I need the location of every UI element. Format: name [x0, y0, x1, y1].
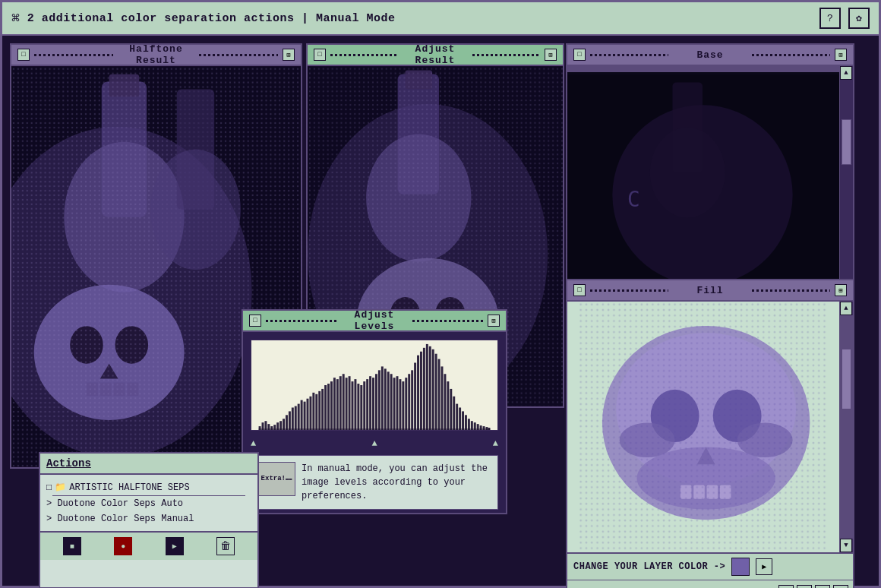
- base-scroll-track[interactable]: [840, 80, 853, 279]
- adjust-result-close-btn[interactable]: □: [314, 49, 326, 61]
- svg-rect-61: [330, 381, 333, 430]
- svg-rect-78: [381, 366, 384, 430]
- main-window: ⌘ 2 additional color separation actions …: [0, 0, 881, 588]
- svg-rect-79: [384, 368, 387, 430]
- fill-svg: [567, 302, 839, 552]
- folder-label: ARTISTIC HALFTONE SEPS: [69, 482, 189, 493]
- adjust-result-zoom-btn[interactable]: ⊞: [545, 49, 557, 61]
- svg-rect-47: [289, 411, 291, 430]
- svg-rect-45: [283, 419, 285, 430]
- svg-rect-108: [471, 421, 473, 430]
- svg-rect-64: [339, 376, 342, 430]
- svg-rect-104: [459, 408, 461, 431]
- svg-rect-100: [447, 381, 449, 430]
- svg-rect-90: [417, 356, 419, 430]
- fill-titlebar: □ Fill ⊞: [567, 280, 853, 302]
- svg-rect-129: [578, 302, 829, 552]
- svg-rect-86: [405, 378, 407, 430]
- fill-expand-btn[interactable]: ⊞: [833, 585, 848, 589]
- main-title: 2 additional color separation actions | …: [27, 12, 812, 25]
- fill-zoom-btn[interactable]: ⊞: [835, 284, 847, 296]
- svg-rect-74: [369, 376, 371, 430]
- actions-item-1[interactable]: > Duotone Color Seps Auto: [46, 496, 251, 511]
- fill-redo-btn[interactable]: ↪: [815, 585, 830, 589]
- svg-rect-97: [438, 359, 440, 430]
- svg-rect-99: [444, 374, 446, 430]
- arrow-right-btn[interactable]: ▶: [756, 558, 772, 575]
- adjust-levels-close-btn[interactable]: □: [249, 315, 261, 327]
- actions-footer: ■ ● ▶ 🗑: [40, 531, 257, 560]
- svg-rect-85: [402, 381, 404, 430]
- base-zoom-btn[interactable]: ⊞: [835, 49, 847, 61]
- title-decoration-left: [34, 54, 113, 56]
- svg-rect-69: [354, 379, 356, 430]
- slider-right[interactable]: ▲: [493, 438, 498, 449]
- svg-rect-96: [435, 354, 437, 430]
- svg-rect-59: [324, 385, 327, 430]
- record-button[interactable]: ●: [114, 537, 132, 555]
- close-button[interactable]: ✿: [848, 8, 870, 29]
- adjust-levels-titlebar: □ Adjust Levels ⊞: [243, 311, 506, 332]
- fill-undo-btn[interactable]: ↩: [797, 585, 812, 589]
- svg-rect-66: [346, 378, 348, 430]
- halftone-close-btn[interactable]: □: [17, 49, 30, 61]
- svg-rect-65: [343, 374, 345, 430]
- fill-color-label: CHANGE YOUR LAYER COLOR ->: [573, 561, 725, 572]
- svg-rect-67: [349, 376, 351, 430]
- adjust-levels-zoom-btn[interactable]: ⊞: [488, 315, 500, 327]
- fill-play-btn[interactable]: ▶: [778, 585, 794, 589]
- fill-footer: CHANGE YOUR LAYER COLOR -> ▶ 532K/OK ▶ ↩…: [567, 552, 853, 588]
- adj-title-deco-left: [330, 54, 398, 56]
- svg-rect-58: [321, 389, 324, 430]
- svg-rect-105: [462, 411, 464, 430]
- svg-rect-55: [312, 393, 314, 430]
- base-scrollbar: ▲ ▼: [839, 66, 853, 292]
- svg-rect-72: [363, 381, 365, 430]
- main-content: □ Halftone Result ⊞: [2, 36, 879, 586]
- svg-rect-46: [286, 415, 288, 430]
- fill-title-deco-left: [590, 289, 668, 292]
- svg-rect-106: [465, 415, 467, 430]
- apple-icon: ⌘: [11, 10, 20, 27]
- trash-button[interactable]: 🗑: [216, 537, 235, 555]
- fill-scroll-up[interactable]: ▲: [840, 302, 852, 315]
- color-swatch[interactable]: [731, 558, 750, 576]
- actions-folder-row: □ 📁 ARTISTIC HALFTONE SEPS: [46, 479, 251, 495]
- svg-rect-71: [360, 385, 362, 430]
- slider-left[interactable]: ▲: [251, 438, 256, 449]
- halftone-zoom-btn[interactable]: ⊞: [283, 49, 295, 61]
- svg-rect-93: [426, 344, 428, 430]
- svg-rect-80: [387, 371, 390, 430]
- svg-rect-87: [408, 374, 410, 430]
- fill-scroll-thumb: [842, 349, 851, 409]
- fill-scroll-track[interactable]: [840, 315, 853, 539]
- svg-rect-81: [390, 374, 393, 430]
- adjust-result-title: Adjust Result: [401, 43, 469, 66]
- base-scroll-up[interactable]: ▲: [840, 66, 852, 80]
- info-box: Extra! ▬▬ In manual mode, you can adjust…: [251, 455, 498, 510]
- actions-item-2[interactable]: > Duotone Color Seps Manual: [46, 511, 251, 526]
- base-close-btn[interactable]: □: [573, 49, 586, 61]
- fill-scrollbar: ▲ ▼: [839, 302, 853, 552]
- svg-rect-50: [298, 404, 300, 430]
- play-button[interactable]: ▶: [166, 537, 184, 555]
- svg-text:C: C: [627, 187, 640, 212]
- stop-button[interactable]: ■: [63, 537, 81, 555]
- svg-rect-57: [318, 391, 321, 430]
- base-titlebar: □ Base ⊞: [567, 45, 853, 66]
- svg-rect-94: [429, 346, 431, 430]
- histogram-svg: [251, 340, 497, 430]
- base-title: Base: [671, 49, 750, 61]
- title-decoration-right: [199, 54, 278, 56]
- fill-close-btn[interactable]: □: [573, 284, 586, 296]
- fill-status-bar: 532K/OK ▶ ↩ ↪ ⊞: [567, 580, 853, 588]
- actions-window: Actions □ 📁 ARTISTIC HALFTONE SEPS > Duo…: [39, 452, 259, 588]
- svg-rect-48: [292, 408, 294, 431]
- actions-content: □ 📁 ARTISTIC HALFTONE SEPS > Duotone Col…: [40, 475, 257, 531]
- histogram-area: [251, 340, 498, 431]
- fill-scroll-down[interactable]: ▼: [840, 539, 852, 552]
- slider-mid[interactable]: ▲: [371, 438, 377, 449]
- help-button[interactable]: ?: [819, 8, 841, 29]
- lvl-title-deco-right: [412, 320, 483, 322]
- info-icon: Extra! ▬▬: [257, 462, 295, 496]
